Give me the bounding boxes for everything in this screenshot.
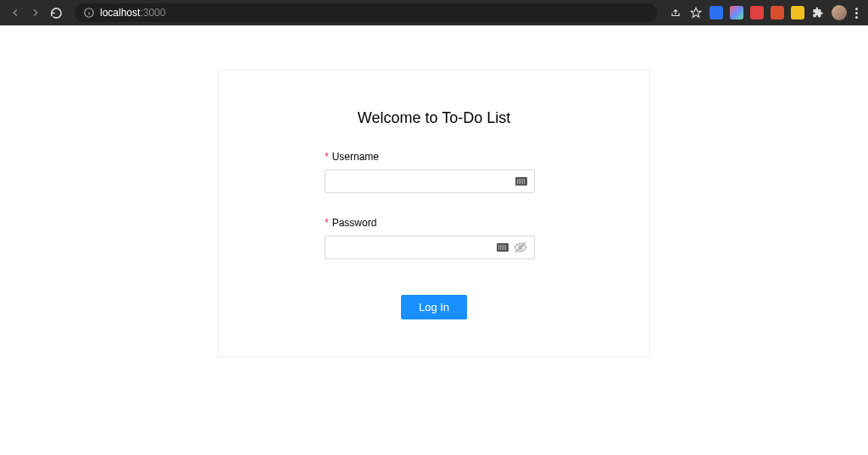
extension-icon[interactable] bbox=[730, 6, 743, 19]
site-info-icon[interactable] bbox=[83, 7, 95, 19]
extension-icon[interactable] bbox=[750, 6, 764, 19]
back-button[interactable] bbox=[8, 6, 22, 19]
url-text: localhost:3000 bbox=[100, 7, 165, 19]
password-input[interactable] bbox=[332, 241, 493, 254]
username-row: * Username bbox=[325, 151, 543, 193]
username-input[interactable] bbox=[332, 175, 512, 188]
browser-chrome: localhost:3000 bbox=[0, 0, 868, 25]
autofill-icon[interactable] bbox=[515, 177, 527, 186]
extension-icon[interactable] bbox=[709, 6, 723, 19]
forward-button[interactable] bbox=[29, 6, 42, 19]
required-mark: * bbox=[325, 151, 329, 163]
login-button[interactable]: Log In bbox=[401, 295, 467, 319]
required-mark: * bbox=[325, 217, 329, 229]
autofill-icon[interactable] bbox=[497, 243, 509, 252]
username-label: * Username bbox=[325, 151, 543, 163]
username-input-wrap bbox=[325, 169, 535, 193]
login-card: Welcome to To-Do List * Username * Passw… bbox=[218, 69, 650, 358]
submit-row: Log In bbox=[325, 295, 543, 319]
password-row: * Password bbox=[325, 217, 543, 259]
address-bar[interactable]: localhost:3000 bbox=[75, 3, 657, 22]
menu-dots-icon[interactable] bbox=[854, 8, 860, 19]
bookmark-star-icon[interactable] bbox=[689, 6, 703, 19]
password-input-wrap bbox=[325, 236, 535, 259]
toggle-password-visibility-icon[interactable] bbox=[514, 241, 527, 254]
page-body: Welcome to To-Do List * Username * Passw… bbox=[0, 25, 868, 455]
login-form: * Username * Password bbox=[219, 151, 649, 319]
password-label: * Password bbox=[325, 217, 543, 229]
extensions-puzzle-icon[interactable] bbox=[811, 6, 825, 19]
reload-button[interactable] bbox=[49, 6, 63, 19]
extension-icon[interactable] bbox=[771, 6, 784, 19]
page-title: Welcome to To-Do List bbox=[219, 109, 649, 127]
share-icon[interactable] bbox=[669, 6, 682, 19]
profile-avatar[interactable] bbox=[832, 5, 847, 20]
svg-marker-3 bbox=[691, 8, 701, 17]
extension-icon[interactable] bbox=[791, 6, 804, 19]
